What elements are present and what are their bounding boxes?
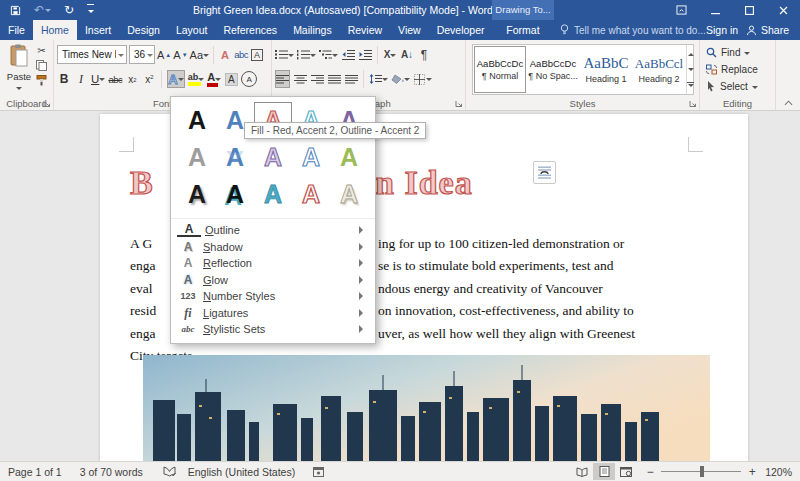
select-button[interactable]: Select	[706, 79, 758, 94]
maximize-button[interactable]	[732, 0, 766, 20]
wordart-style-cell[interactable]: A	[178, 102, 216, 139]
undo-dropdown-icon[interactable]	[45, 9, 51, 15]
sort-button[interactable]: A↓	[400, 46, 414, 64]
wordart-style-cell[interactable]: A	[292, 176, 330, 213]
effects-menu-item[interactable]: A Outline	[171, 222, 375, 239]
font-name-combo[interactable]: Times New Ro	[57, 45, 127, 64]
clear-formatting-button[interactable]: abc	[234, 46, 248, 64]
bullets-button[interactable]	[275, 46, 294, 64]
align-center-button[interactable]	[293, 70, 307, 88]
collapse-ribbon-button[interactable]	[784, 100, 793, 106]
replace-button[interactable]: Replace	[706, 62, 758, 77]
multilevel-list-button[interactable]	[319, 46, 338, 64]
subscript-button[interactable]: x2	[125, 70, 139, 88]
strikethrough-button[interactable]: abc	[108, 70, 122, 88]
paste-dropdown-icon[interactable]	[16, 87, 22, 93]
print-layout-button[interactable]	[593, 463, 615, 480]
macro-recording-icon[interactable]	[313, 467, 324, 477]
wordart-style-cell[interactable]: A	[254, 139, 292, 176]
line-spacing-button[interactable]	[369, 70, 388, 88]
ribbon-tab[interactable]: Home	[33, 20, 77, 40]
increase-indent-button[interactable]	[358, 46, 372, 64]
redo-button[interactable]: ↻	[64, 0, 74, 20]
ribbon-tab[interactable]: File	[0, 20, 33, 40]
justify-button[interactable]	[327, 70, 341, 88]
share-button[interactable]: Share	[746, 20, 789, 40]
tell-me-box[interactable]: Tell me what you want to do...	[560, 20, 706, 40]
show-hide-pilcrow-button[interactable]: ¶	[417, 46, 431, 64]
copy-button[interactable]	[36, 60, 47, 71]
proofing-icon[interactable]	[163, 466, 176, 477]
read-mode-button[interactable]	[571, 463, 593, 480]
document-photo-city-skyline[interactable]	[143, 355, 710, 462]
wordart-style-cell[interactable]: A	[254, 176, 292, 213]
style-card[interactable]: AaBbC Heading 1	[580, 46, 632, 93]
font-color-button[interactable]: A	[207, 70, 221, 88]
effects-menu-item[interactable]: 123 Number Styles	[171, 288, 375, 305]
asian-layout-button[interactable]: X	[383, 46, 397, 64]
text-highlight-button[interactable]: ab	[188, 70, 205, 88]
enclose-characters-button[interactable]: A	[241, 70, 257, 88]
effects-menu-item[interactable]: fi Ligatures	[171, 305, 375, 322]
ribbon-tab[interactable]: Insert	[77, 20, 119, 40]
font-size-combo[interactable]: 36	[129, 45, 155, 64]
effects-menu-item[interactable]: A Shadow	[171, 239, 375, 256]
underline-button[interactable]: U	[91, 70, 105, 88]
ribbon-tab[interactable]: Mailings	[285, 20, 340, 40]
styles-scroll-up-button[interactable]	[687, 45, 694, 61]
zoom-out-button[interactable]: −	[645, 465, 655, 479]
sign-in-button[interactable]: Sign in	[706, 20, 738, 40]
wordart-style-cell[interactable]: A	[292, 139, 330, 176]
effects-menu-item[interactable]: A Glow	[171, 272, 375, 289]
cut-button[interactable]: ✂	[37, 46, 45, 56]
clipboard-dialog-launcher[interactable]	[43, 100, 51, 108]
wordart-style-cell[interactable]: A	[178, 139, 216, 176]
style-card[interactable]: AaBbCcDc ¶ No Spac...	[527, 46, 579, 93]
style-card[interactable]: AaBbCcDc ¶ Normal	[474, 46, 526, 93]
bold-button[interactable]: B	[57, 70, 71, 88]
decrease-indent-button[interactable]	[341, 46, 355, 64]
style-card[interactable]: AaBbCcl Heading 2	[633, 46, 685, 93]
paragraph-dialog-launcher[interactable]	[455, 100, 463, 108]
wordart-style-cell[interactable]: A	[216, 139, 254, 176]
layout-options-button[interactable]	[533, 161, 556, 184]
ribbon-tab[interactable]: Design	[119, 20, 168, 40]
paste-button[interactable]: Paste	[4, 44, 34, 96]
tab-format[interactable]: Format	[492, 20, 554, 40]
format-painter-button[interactable]	[36, 75, 47, 86]
ribbon-tab[interactable]: Developer	[429, 20, 493, 40]
superscript-button[interactable]: x2	[142, 70, 156, 88]
effects-menu-item[interactable]: abc Stylistic Sets	[171, 321, 375, 338]
ribbon-display-options-button[interactable]	[664, 0, 698, 20]
close-button[interactable]	[766, 0, 800, 20]
web-layout-button[interactable]	[615, 463, 637, 480]
customize-qat-button[interactable]	[87, 4, 94, 16]
grow-font-button[interactable]: A▲	[157, 46, 171, 64]
character-border-button[interactable]: A	[250, 46, 264, 64]
ribbon-tab[interactable]: Layout	[168, 20, 216, 40]
language-indicator[interactable]: English (United States)	[188, 466, 295, 478]
word-count[interactable]: 3 of 70 words	[80, 466, 143, 478]
shading-button[interactable]	[391, 70, 410, 88]
shrink-font-button[interactable]: A▼	[173, 46, 187, 64]
borders-button[interactable]	[413, 70, 432, 88]
styles-dialog-launcher[interactable]	[689, 100, 697, 108]
styles-more-button[interactable]	[687, 78, 694, 94]
align-left-button[interactable]	[275, 70, 290, 88]
styles-scroll-down-button[interactable]	[687, 61, 694, 77]
phonetic-guide-button[interactable]: A	[218, 46, 232, 64]
wordart-style-cell[interactable]: A	[216, 176, 254, 213]
distribute-button[interactable]	[344, 70, 358, 88]
text-effects-button[interactable]: A	[167, 70, 184, 88]
align-right-button[interactable]	[310, 70, 324, 88]
wordart-style-cell[interactable]: A	[330, 139, 368, 176]
zoom-in-button[interactable]: +	[747, 465, 757, 479]
effects-menu-item[interactable]: A Reflection	[171, 255, 375, 272]
wordart-style-cell[interactable]: A	[178, 176, 216, 213]
find-button[interactable]: Find	[706, 45, 750, 60]
wordart-style-cell[interactable]: A	[330, 176, 368, 213]
ribbon-tab[interactable]: References	[215, 20, 285, 40]
minimize-button[interactable]	[698, 0, 732, 20]
zoom-slider[interactable]	[661, 463, 741, 480]
character-shading-button[interactable]: A	[224, 70, 238, 88]
